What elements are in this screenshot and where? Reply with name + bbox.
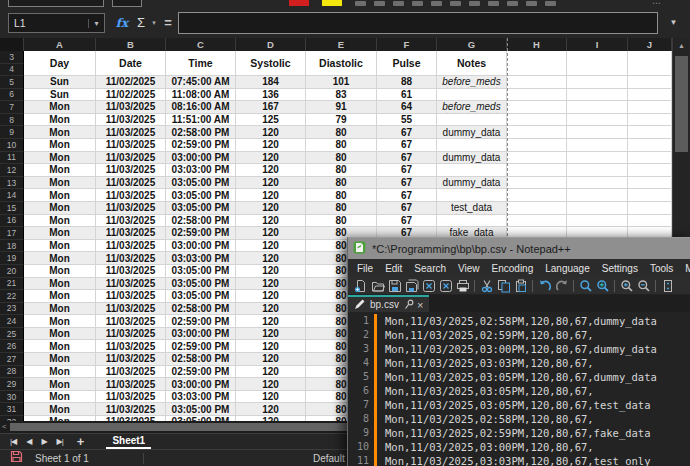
highlight-color-icon[interactable]	[322, 0, 342, 6]
menu-view[interactable]: View	[455, 263, 483, 274]
empty-cell[interactable]	[628, 164, 672, 177]
cell-time[interactable]: 03:00:00 PM	[166, 328, 236, 341]
cell-systolic[interactable]: 120	[236, 152, 306, 165]
header-cell-date[interactable]: Date	[96, 51, 166, 76]
select-all-corner[interactable]	[0, 38, 24, 51]
cell-time[interactable]: 03:05:00 PM	[166, 403, 236, 416]
cell-pulse[interactable]: 67	[377, 189, 437, 202]
empty-cell[interactable]	[628, 189, 672, 202]
column-header-b[interactable]: B	[96, 38, 166, 51]
cell-date[interactable]: 11/03/2025	[96, 114, 166, 127]
cell-systolic[interactable]: 120	[236, 189, 306, 202]
menu-encoding[interactable]: Encoding	[489, 263, 537, 274]
cell-systolic[interactable]: 120	[236, 227, 306, 240]
row-header[interactable]: 6	[0, 89, 24, 102]
cell-pulse[interactable]: 88	[377, 76, 437, 89]
cell-notes[interactable]	[437, 114, 507, 127]
cell-pulse[interactable]: 67	[377, 215, 437, 228]
cell-time[interactable]: 11:51:00 AM	[166, 114, 236, 127]
last-sheet-icon[interactable]: ▶|	[57, 437, 63, 446]
cell-pulse[interactable]: 67	[377, 139, 437, 152]
cell-date[interactable]: 11/03/2025	[96, 290, 166, 303]
toolbar-icon[interactable]	[526, 1, 537, 6]
cell-date[interactable]: 11/02/2025	[96, 76, 166, 89]
cell-day[interactable]: Mon	[24, 403, 96, 416]
header-cell-pulse[interactable]: Pulse	[377, 51, 437, 76]
cell-notes[interactable]	[437, 139, 507, 152]
cell-date[interactable]: 11/03/2025	[96, 202, 166, 215]
empty-cell[interactable]	[567, 139, 628, 152]
cell-pulse[interactable]: 67	[377, 177, 437, 190]
cell-time[interactable]: 08:16:00 AM	[166, 101, 236, 114]
cell-time[interactable]: 11:08:00 AM	[166, 89, 236, 102]
cell-systolic[interactable]: 120	[236, 240, 306, 253]
cell-date[interactable]: 11/03/2025	[96, 240, 166, 253]
cell-time[interactable]: 03:03:00 PM	[166, 391, 236, 404]
cell-pulse[interactable]: 67	[377, 202, 437, 215]
cell-systolic[interactable]: 120	[236, 290, 306, 303]
cell-notes[interactable]: dummy_data	[437, 126, 507, 139]
scroll-left-icon[interactable]: <	[2, 422, 7, 431]
empty-cell[interactable]	[628, 89, 672, 102]
column-header-a[interactable]: A	[24, 38, 96, 51]
cell-time[interactable]: 02:58:00 PM	[166, 353, 236, 366]
csv-line[interactable]: 10Mon,11/03/2025,03:00PM,120,80,67,	[348, 440, 690, 454]
toolbar-icon[interactable]	[412, 1, 423, 6]
empty-cell[interactable]	[628, 202, 672, 215]
doc-switch-icon[interactable]	[659, 279, 676, 293]
menu-tools[interactable]: Tools	[647, 263, 676, 274]
empty-cell[interactable]	[628, 126, 672, 139]
cell-day[interactable]: Sun	[24, 89, 96, 102]
open-folder-icon[interactable]	[369, 279, 386, 293]
cell-systolic[interactable]: 184	[236, 76, 306, 89]
sheet-tab-sheet1[interactable]: Sheet1	[106, 435, 151, 449]
cell-notes[interactable]	[437, 215, 507, 228]
formula-bar-expand-button[interactable]: ▼	[663, 13, 684, 33]
cell-date[interactable]: 11/03/2025	[96, 215, 166, 228]
close-all-icon[interactable]	[437, 279, 454, 293]
cell-diastolic[interactable]: 80	[306, 126, 377, 139]
menu-edit[interactable]: Edit	[382, 263, 405, 274]
cell-date[interactable]: 11/03/2025	[96, 101, 166, 114]
cell-time[interactable]: 03:03:00 PM	[166, 164, 236, 177]
header-cell-systolic[interactable]: Systolic	[236, 51, 306, 76]
cell-systolic[interactable]: 125	[236, 114, 306, 127]
cell-pulse[interactable]: 67	[377, 164, 437, 177]
empty-cell[interactable]	[507, 114, 567, 127]
name-box[interactable]: L1 ▾	[8, 13, 105, 33]
cell-diastolic[interactable]: 80	[306, 215, 377, 228]
cell-day[interactable]: Mon	[24, 240, 96, 253]
close-tab-icon[interactable]: ×	[417, 299, 423, 311]
toolbar-icon[interactable]	[450, 1, 461, 6]
cell-day[interactable]: Mon	[24, 215, 96, 228]
row-header[interactable]: 8	[0, 114, 24, 127]
menu-file[interactable]: File	[354, 263, 376, 274]
empty-cell[interactable]	[567, 126, 628, 139]
npp-title-bar[interactable]: *C:\Programming\bp\bp.csv - Notepad++	[348, 238, 690, 259]
csv-line[interactable]: 2Mon,11/03/2025,02:59PM,120,80,67,	[348, 328, 690, 342]
toolbar-icon[interactable]	[469, 1, 480, 6]
empty-cell[interactable]	[507, 89, 567, 102]
column-header-h[interactable]: H	[507, 38, 567, 51]
cell-time[interactable]: 02:59:00 PM	[166, 227, 236, 240]
redo-icon[interactable]	[553, 279, 570, 293]
cell-day[interactable]: Mon	[24, 202, 96, 215]
empty-cell[interactable]	[628, 101, 672, 114]
empty-cell[interactable]	[507, 164, 567, 177]
cell-time[interactable]: 03:05:00 PM	[166, 177, 236, 190]
csv-line[interactable]: 5Mon,11/03/2025,03:05PM,120,80,67,dummy_…	[348, 370, 690, 384]
cell-notes[interactable]	[437, 189, 507, 202]
row-header[interactable]: 14	[0, 189, 24, 202]
column-header-c[interactable]: C	[166, 38, 236, 51]
empty-cell[interactable]	[507, 126, 567, 139]
cell-time[interactable]: 07:45:00 AM	[166, 76, 236, 89]
equals-icon[interactable]: =	[161, 13, 175, 33]
cell-systolic[interactable]: 120	[236, 126, 306, 139]
cell-systolic[interactable]: 120	[236, 403, 306, 416]
empty-cell[interactable]	[628, 215, 672, 228]
cell-day[interactable]: Mon	[24, 164, 96, 177]
empty-cell[interactable]	[567, 101, 628, 114]
cell-systolic[interactable]: 120	[236, 202, 306, 215]
menu-settings[interactable]: Settings	[599, 263, 641, 274]
toolbar-icon[interactable]	[488, 1, 499, 6]
